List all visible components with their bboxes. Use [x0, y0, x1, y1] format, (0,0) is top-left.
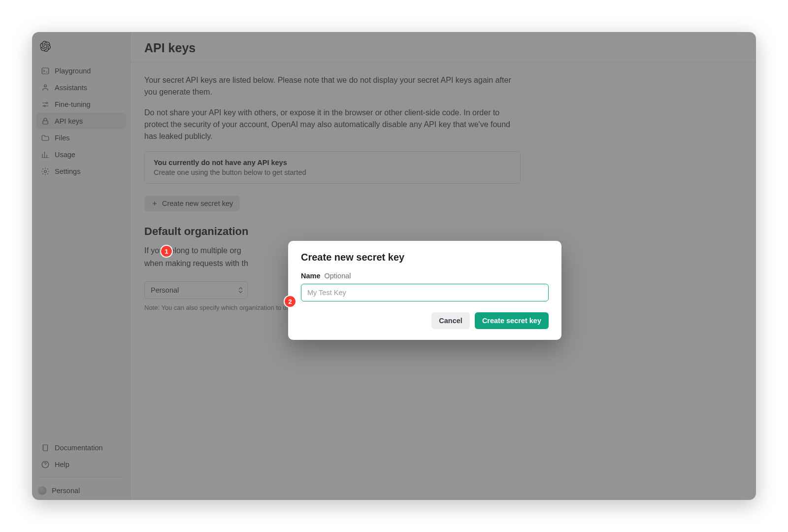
create-secret-key-button[interactable]: Create secret key	[475, 312, 549, 329]
app-window: Playground Assistants Fine-tuning API ke…	[32, 32, 756, 500]
cancel-button[interactable]: Cancel	[431, 312, 470, 329]
create-key-modal: Create new secret key Name Optional Canc…	[288, 241, 561, 340]
name-hint: Optional	[325, 272, 351, 280]
annotation-badge-2: 2	[285, 296, 296, 307]
annotation-badge-1: 1	[161, 246, 172, 257]
key-name-input[interactable]	[301, 284, 549, 301]
name-label: Name	[301, 272, 321, 280]
modal-actions: Cancel Create secret key	[301, 312, 549, 329]
modal-title: Create new secret key	[301, 252, 549, 263]
name-field-row: Name Optional	[301, 272, 549, 280]
